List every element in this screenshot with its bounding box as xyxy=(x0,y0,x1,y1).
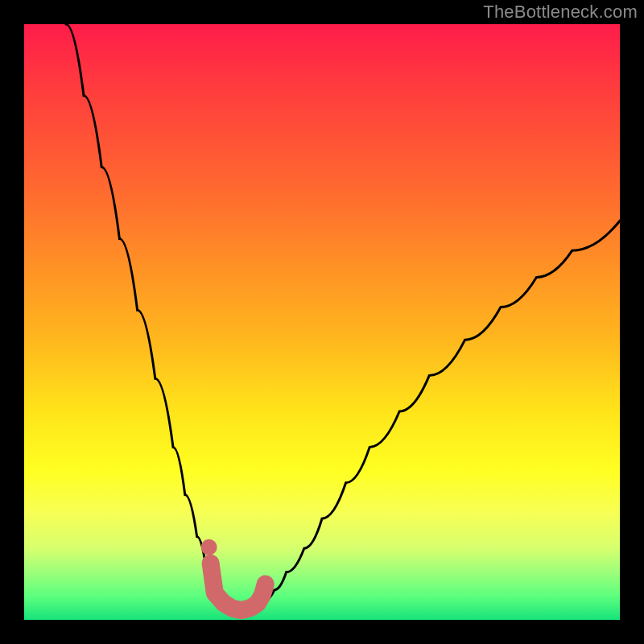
curve-right-branch xyxy=(262,221,620,602)
chart-frame: TheBottleneck.com xyxy=(0,0,644,644)
watermark-text: TheBottleneck.com xyxy=(483,2,638,23)
chart-svg xyxy=(0,0,644,644)
bottleneck-highlight xyxy=(211,564,266,610)
bottleneck-highlight-dot xyxy=(201,539,217,555)
curve-left-branch xyxy=(66,24,221,602)
